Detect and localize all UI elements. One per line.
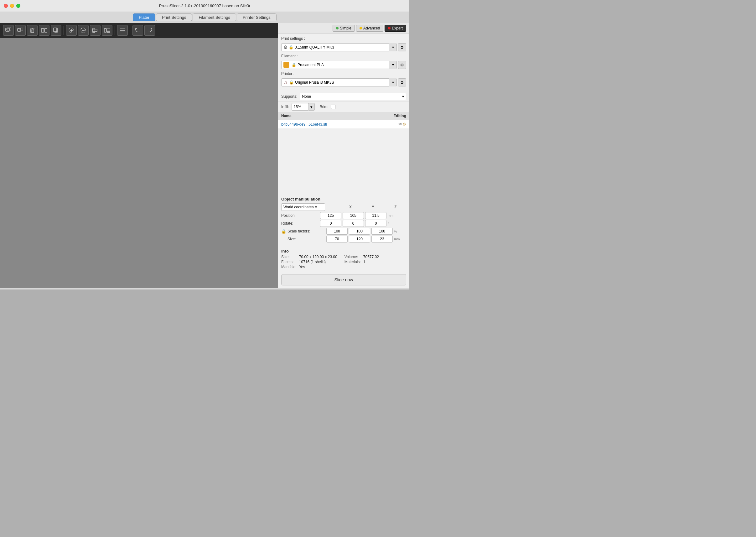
filament-gear[interactable]: ⚙ xyxy=(398,61,406,69)
rotate-row: Rotate: 0 0 0 ° xyxy=(281,220,406,227)
separator-2 xyxy=(115,26,115,35)
scale-z-input[interactable]: 100 xyxy=(372,228,393,235)
position-x-input[interactable]: 125 xyxy=(320,212,341,219)
coord-system-dropdown[interactable]: World coordinates ▾ xyxy=(281,203,325,211)
delete-button[interactable] xyxy=(27,25,38,36)
object-row[interactable]: b4b5449b-de9...516ef43.stl 👁 ⚙ xyxy=(278,120,409,129)
supports-arrow[interactable]: ▾ xyxy=(402,94,404,99)
rotate-label: Rotate: xyxy=(281,221,319,226)
mode-expert[interactable]: Expert xyxy=(384,25,406,32)
filament-label: Filament : xyxy=(281,54,306,58)
infill-dropdown-arrow[interactable]: ▾ xyxy=(308,103,315,110)
mode-simple-label: Simple xyxy=(340,26,351,30)
copy-button[interactable] xyxy=(51,25,61,36)
slice-now-button[interactable]: Slice now xyxy=(281,274,406,285)
mode-advanced-label: Advanced xyxy=(363,26,380,30)
print-settings-arrow[interactable]: ▾ xyxy=(389,43,396,51)
brim-label: Brim: xyxy=(320,104,329,109)
rotate-z-input[interactable]: 0 xyxy=(365,220,386,227)
tab-filament-settings[interactable]: Filament Settings xyxy=(193,14,236,21)
printer-label-row: Printer : xyxy=(281,71,406,76)
filament-label-row: Filament : xyxy=(281,54,406,58)
manifold-info-key: Manifold: xyxy=(281,265,297,269)
object-name: b4b5449b-de9...516ef43.stl xyxy=(281,122,396,127)
rotate-unit: ° xyxy=(388,222,394,225)
size-info-key: Size: xyxy=(281,255,297,259)
volume-info-val: 70677.02 xyxy=(363,255,406,259)
position-z-input[interactable]: 11.5 xyxy=(365,212,386,219)
object-list-header: Name Editing xyxy=(278,112,409,120)
print-settings-row: Print settings : xyxy=(281,36,406,41)
add-part-button[interactable] xyxy=(15,25,26,36)
mode-selector: Simple Advanced Expert xyxy=(278,23,409,34)
size-x-input[interactable]: 70 xyxy=(326,236,348,242)
printer-dropdown[interactable]: 🖨 🔒 Original Prusa i3 MK3S ▾ xyxy=(281,78,397,87)
coord-system-arrow[interactable]: ▾ xyxy=(315,205,317,209)
size-y-input[interactable]: 120 xyxy=(349,236,370,242)
scale-y-input[interactable]: 100 xyxy=(349,228,370,235)
maximize-button[interactable] xyxy=(16,4,20,8)
svg-rect-14 xyxy=(54,28,57,32)
svg-rect-3 xyxy=(18,28,21,31)
tab-printer-settings[interactable]: Printer Settings xyxy=(237,14,277,21)
brim-checkbox[interactable] xyxy=(331,104,336,109)
separator-3 xyxy=(130,26,130,35)
svg-rect-10 xyxy=(41,28,44,32)
printer-arrow[interactable]: ▾ xyxy=(389,78,396,87)
infill-input[interactable]: 15% xyxy=(292,103,309,110)
printer-dropdown-row: 🖨 🔒 Original Prusa i3 MK3S ▾ ⚙ xyxy=(281,78,406,87)
info-grid: Size: 70.00 x 120.00 x 23.00 Volume: 706… xyxy=(281,255,406,269)
position-y-input[interactable]: 105 xyxy=(342,212,364,219)
app-title: PrusaSlicer-2.1.0+-201909160907 based on… xyxy=(159,3,251,8)
tab-print-settings[interactable]: Print Settings xyxy=(156,14,192,21)
print-settings-gear[interactable]: ⚙ xyxy=(398,43,406,51)
mode-advanced[interactable]: Advanced xyxy=(356,25,383,32)
object-edit-icon[interactable]: ⚙ xyxy=(402,122,406,127)
align-left-button[interactable] xyxy=(90,25,100,36)
settings-section: Print settings : ⚙ 🔒 0.15mm QUALITY MK3 … xyxy=(278,34,409,92)
scale-row: 🔒 Scale factors: 100 100 100 % xyxy=(281,228,406,235)
export-layers-button[interactable] xyxy=(117,25,128,36)
size-z-input[interactable]: 23 xyxy=(372,236,393,242)
minimize-button[interactable] xyxy=(10,4,14,8)
materials-info-key: Materials: xyxy=(344,260,361,264)
undo-button[interactable] xyxy=(133,25,143,36)
printer-gear[interactable]: ⚙ xyxy=(398,78,406,87)
rotate-x-input[interactable]: 0 xyxy=(320,220,341,227)
supports-dropdown[interactable]: None ▾ xyxy=(300,93,406,100)
main-toolbar: + xyxy=(0,23,278,38)
name-column-header: Name xyxy=(281,114,384,118)
titlebar: PrusaSlicer-2.1.0+-201909160907 based on… xyxy=(0,0,409,12)
object-manipulation: Object manipulation World coordinates ▾ … xyxy=(278,194,409,246)
add-object-button[interactable]: + xyxy=(3,25,14,36)
infill-value: 15% xyxy=(294,104,301,109)
size-unit: mm xyxy=(394,237,400,241)
mode-simple[interactable]: Simple xyxy=(333,25,355,32)
main-area: + xyxy=(0,23,409,288)
supports-label: Supports: xyxy=(281,94,297,99)
info-section: Info Size: 70.00 x 120.00 x 23.00 Volume… xyxy=(278,246,409,271)
status-bar: Ready to slice xyxy=(0,288,409,289)
rotate-y-input[interactable]: 0 xyxy=(342,220,364,227)
filament-arrow[interactable]: ▾ xyxy=(389,61,396,69)
coord-system-value: World coordinates xyxy=(283,205,314,209)
print-settings-dropdown[interactable]: ⚙ 🔒 0.15mm QUALITY MK3 ▾ xyxy=(281,43,397,51)
subtract-button[interactable] xyxy=(78,25,89,36)
editing-column-header: Editing xyxy=(384,114,406,118)
add-circle-button[interactable] xyxy=(66,25,77,36)
printer-label: Printer : xyxy=(281,71,306,76)
facets-info-val: 10716 (1 shells) xyxy=(299,260,342,264)
split-button[interactable] xyxy=(39,25,50,36)
scale-x-input[interactable]: 100 xyxy=(326,228,348,235)
infill-row: Infill: 15% ▾ Brim: xyxy=(278,102,409,112)
scale-lock-icon[interactable]: 🔒 xyxy=(281,229,286,234)
viewport-area: + xyxy=(0,23,278,288)
layers-button[interactable] xyxy=(102,25,112,36)
print-settings-dropdown-row: ⚙ 🔒 0.15mm QUALITY MK3 ▾ ⚙ xyxy=(281,43,406,51)
scale-label: Scale factors: xyxy=(288,229,325,233)
redo-button[interactable] xyxy=(144,25,155,36)
close-button[interactable] xyxy=(4,4,8,8)
filament-dropdown[interactable]: 🔒 Prusament PLA ▾ xyxy=(281,61,397,69)
object-visibility-toggle[interactable]: 👁 xyxy=(398,122,402,127)
tab-plater[interactable]: Plater xyxy=(133,14,155,21)
